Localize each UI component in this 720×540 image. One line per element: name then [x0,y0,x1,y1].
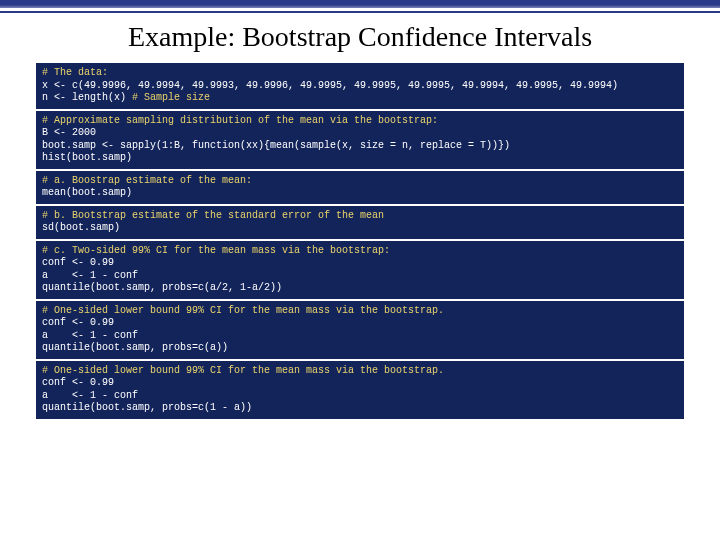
code-line: sd(boot.samp) [42,222,120,233]
code-line: a <- 1 - conf [42,330,138,341]
header-bar-thin [0,11,720,13]
code-comment: # The data: [42,67,108,78]
code-line: B <- 2000 [42,127,96,138]
slide: Example: Bootstrap Confidence Intervals … [0,0,720,540]
code-block-mean: # a. Boostrap estimate of the mean: mean… [36,171,684,206]
code-block-ci-lower-a: # One-sided lower bound 99% CI for the m… [36,301,684,361]
code-block-bootstrap: # Approximate sampling distribution of t… [36,111,684,171]
code-comment: # c. Two-sided 99% CI for the mean mass … [42,245,390,256]
code-line: boot.samp <- sapply(1:B, function(xx){me… [42,140,510,151]
code-comment: # Sample size [132,92,210,103]
code-block-sd: # b. Bootstrap estimate of the standard … [36,206,684,241]
code-line: mean(boot.samp) [42,187,132,198]
code-comment: # a. Boostrap estimate of the mean: [42,175,252,186]
code-area: # The data: x <- c(49.9996, 49.9994, 49.… [36,63,684,419]
code-block-ci-lower-b: # One-sided lower bound 99% CI for the m… [36,361,684,419]
code-line: quantile(boot.samp, probs=c(a)) [42,342,228,353]
code-line: a <- 1 - conf [42,270,138,281]
code-line: a <- 1 - conf [42,390,138,401]
code-line: n <- length(x) [42,92,132,103]
code-line: quantile(boot.samp, probs=c(1 - a)) [42,402,252,413]
code-comment: # Approximate sampling distribution of t… [42,115,438,126]
code-block-ci-twosided: # c. Two-sided 99% CI for the mean mass … [36,241,684,301]
code-line: hist(boot.samp) [42,152,132,163]
code-line: quantile(boot.samp, probs=c(a/2, 1-a/2)) [42,282,282,293]
code-line: conf <- 0.99 [42,317,114,328]
code-block-data: # The data: x <- c(49.9996, 49.9994, 49.… [36,63,684,111]
code-line: conf <- 0.99 [42,377,114,388]
code-line: x <- c(49.9996, 49.9994, 49.9993, 49.999… [42,80,618,91]
slide-title: Example: Bootstrap Confidence Intervals [0,21,720,53]
code-line: conf <- 0.99 [42,257,114,268]
code-comment: # b. Bootstrap estimate of the standard … [42,210,384,221]
header-bar-thick [0,0,720,8]
code-comment: # One-sided lower bound 99% CI for the m… [42,365,444,376]
code-comment: # One-sided lower bound 99% CI for the m… [42,305,444,316]
